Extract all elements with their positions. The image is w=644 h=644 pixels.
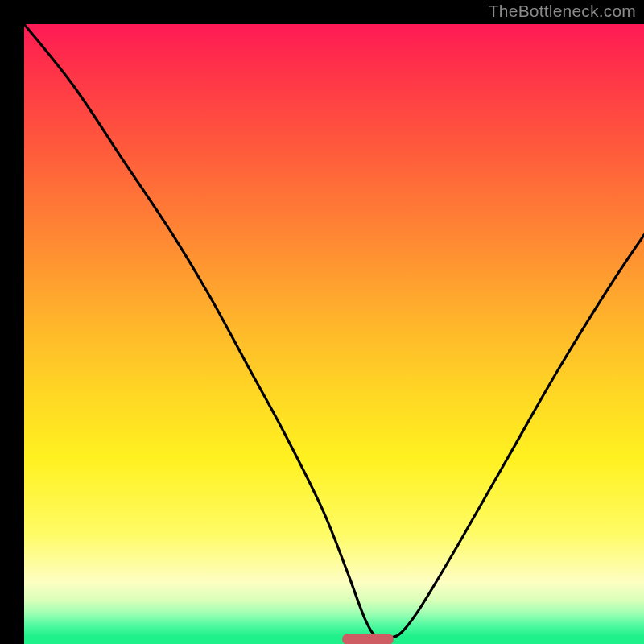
chart-frame [12,12,632,632]
watermark-text: TheBottleneck.com [489,2,636,21]
optimal-marker [342,634,394,644]
plot-area [24,24,644,644]
bottleneck-curve [24,24,644,644]
